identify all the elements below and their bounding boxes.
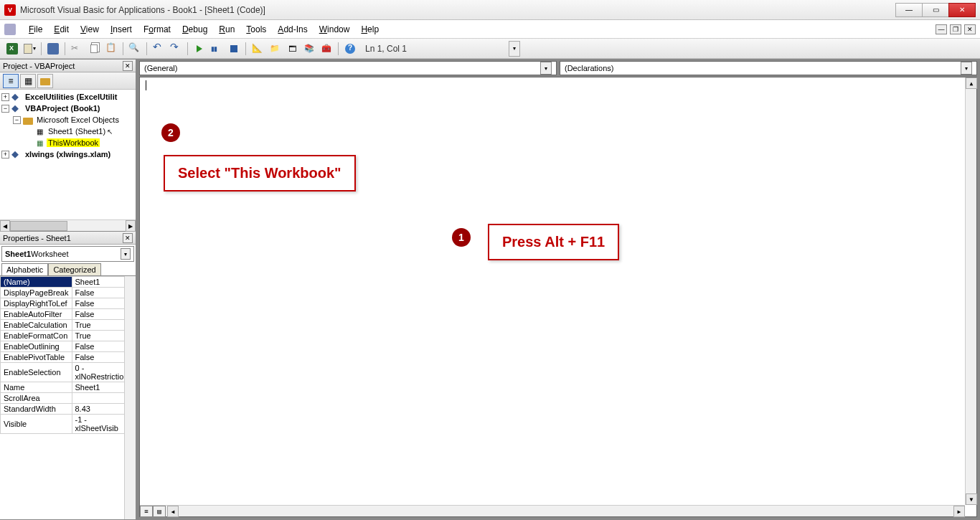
property-row[interactable]: DisplayPageBreakFalse <box>1 288 136 298</box>
system-menu-icon[interactable] <box>4 24 16 35</box>
property-row[interactable]: EnableOutliningFalse <box>1 341 136 352</box>
mdi-close[interactable]: ✕ <box>964 24 976 34</box>
menu-run[interactable]: Run <box>213 22 240 37</box>
scroll-up-icon[interactable]: ▲ <box>966 77 977 89</box>
tree-node-vbaproject[interactable]: − VBAProject (Book1) <box>0 103 136 114</box>
scroll-left-icon[interactable]: ◀ <box>0 220 10 232</box>
scroll-left-icon[interactable]: ◀ <box>167 506 179 517</box>
view-code-button[interactable]: ≡ <box>3 74 19 88</box>
code-vscroll[interactable]: ▲ ▼ <box>965 77 976 505</box>
menu-format[interactable]: Format <box>138 22 176 37</box>
tree-node-thisworkbook[interactable]: ▦ ThisWorkbook <box>0 137 136 148</box>
menu-addins[interactable]: Add-Ins <box>272 22 313 37</box>
property-row[interactable]: EnableAutoFilterFalse <box>1 309 136 320</box>
procedure-view-button[interactable]: ≡ <box>140 506 153 517</box>
project-panel-title: Project - VBAProject <box>3 62 75 70</box>
folder-icon <box>40 78 50 85</box>
run-button[interactable] <box>192 41 207 57</box>
project-tree[interactable]: + ExcelUtilities (ExcelUtilit − VBAProje… <box>0 90 136 219</box>
find-button[interactable] <box>127 41 143 57</box>
tab-alphabetic[interactable]: Alphabetic <box>1 263 48 275</box>
object-browser-button[interactable]: 📚 <box>301 41 317 57</box>
tree-node-excel-objects[interactable]: − Microsoft Excel Objects <box>0 114 136 126</box>
workbook-icon: ▦ <box>34 138 44 148</box>
tree-node-excelutilities[interactable]: + ExcelUtilities (ExcelUtilit <box>0 91 136 103</box>
property-row[interactable]: EnablePivotTableFalse <box>1 352 136 363</box>
design-mode-button[interactable] <box>250 41 265 57</box>
property-row[interactable]: DisplayRightToLefFalse <box>1 298 136 309</box>
save-button[interactable] <box>45 41 61 57</box>
maximize-button[interactable]: ▭ <box>922 3 949 17</box>
properties-object-dropdown[interactable]: Sheet1 Worksheet ▾ <box>1 246 134 262</box>
menu-tools[interactable]: Tools <box>240 22 272 37</box>
dropdown-arrow-icon[interactable]: ▾ <box>121 248 131 260</box>
collapse-icon[interactable]: − <box>13 116 21 124</box>
properties-panel-close[interactable]: ✕ <box>123 233 133 243</box>
stop-button[interactable] <box>226 41 242 57</box>
dropdown-arrow-icon[interactable]: ▾ <box>961 62 972 75</box>
toggle-folders-button[interactable] <box>37 74 53 88</box>
menu-edit[interactable]: Edit <box>48 22 75 37</box>
procedure-dropdown[interactable]: (Declarations) ▾ <box>560 61 977 75</box>
menu-view[interactable]: View <box>75 22 105 37</box>
property-row[interactable]: EnableSelection0 - xlNoRestrictio <box>1 363 136 382</box>
excel-icon <box>6 43 18 55</box>
mdi-minimize[interactable]: — <box>936 24 947 34</box>
toolbar-overflow[interactable]: ▾ <box>509 41 520 57</box>
minimize-button[interactable]: — <box>895 3 923 17</box>
expand-icon[interactable]: + <box>1 93 9 101</box>
property-row[interactable]: EnableCalculationTrue <box>1 320 136 331</box>
property-row[interactable]: NameSheet1 <box>1 382 136 393</box>
expand-icon[interactable]: + <box>1 151 9 159</box>
tab-categorized[interactable]: Categorized <box>48 263 100 275</box>
scroll-down-icon[interactable]: ▼ <box>966 493 977 505</box>
undo-button[interactable] <box>151 41 166 57</box>
object-dropdown[interactable]: (General) ▾ <box>139 61 557 75</box>
stop-icon <box>230 45 237 52</box>
separator <box>338 42 339 55</box>
cut-button[interactable] <box>69 41 85 57</box>
view-excel-button[interactable] <box>4 41 20 57</box>
project-explorer-button[interactable]: 📁 <box>267 41 283 57</box>
mdi-restore[interactable]: ❐ <box>950 24 961 34</box>
tree-node-xlwings[interactable]: + xlwings (xlwings.xlam) <box>0 148 136 160</box>
redo-icon <box>170 43 182 55</box>
project-tree-hscroll[interactable]: ◀ ▶ <box>0 219 136 231</box>
vbproject-icon <box>11 149 22 159</box>
close-button[interactable]: ✕ <box>948 3 976 17</box>
menu-debug[interactable]: Debug <box>176 22 213 37</box>
scroll-thumb[interactable] <box>10 221 67 231</box>
property-row[interactable]: EnableFormatConTrue <box>1 331 136 341</box>
dropdown-arrow-icon[interactable]: ▾ <box>540 62 552 75</box>
code-hscroll[interactable]: ≡ ▤ ◀ ▶ <box>140 505 965 516</box>
menu-file[interactable]: File <box>23 22 48 37</box>
full-module-view-button[interactable]: ▤ <box>153 506 166 517</box>
properties-window-button[interactable]: 🗔 <box>284 41 300 57</box>
property-row[interactable]: (Name)Sheet1 <box>1 277 136 288</box>
scroll-right-icon[interactable]: ▶ <box>126 220 136 232</box>
menu-window[interactable]: Window <box>314 22 356 37</box>
properties-vscroll[interactable] <box>124 276 136 519</box>
toolbox-button[interactable]: 🧰 <box>319 41 334 57</box>
property-row[interactable]: ScrollArea <box>1 393 136 404</box>
scroll-right-icon[interactable]: ▶ <box>953 506 965 517</box>
find-icon <box>129 43 141 55</box>
menu-help[interactable]: Help <box>355 22 385 37</box>
insert-dropdown[interactable]: ▾ <box>22 41 37 57</box>
save-icon <box>47 43 59 55</box>
view-object-button[interactable]: ▦ <box>20 74 36 88</box>
copy-button[interactable] <box>86 41 102 57</box>
collapse-icon[interactable]: − <box>1 105 9 113</box>
tree-node-sheet1[interactable]: ▦ Sheet1 (Sheet1) ↖ <box>0 126 136 137</box>
help-button[interactable] <box>342 41 358 57</box>
property-row[interactable]: StandardWidth8.43 <box>1 404 136 415</box>
menubar: File Edit View Insert Format Debug Run T… <box>0 20 980 39</box>
code-editor[interactable]: ▲ ▼ ≡ ▤ ◀ ▶ <box>139 77 977 517</box>
project-panel-close[interactable]: ✕ <box>123 61 133 71</box>
property-row[interactable]: Visible-1 - xlSheetVisib <box>1 415 136 434</box>
menu-insert[interactable]: Insert <box>105 22 138 37</box>
copy-icon <box>90 44 98 53</box>
pause-button[interactable] <box>209 41 225 57</box>
redo-button[interactable] <box>168 41 184 57</box>
paste-button[interactable] <box>103 41 119 57</box>
